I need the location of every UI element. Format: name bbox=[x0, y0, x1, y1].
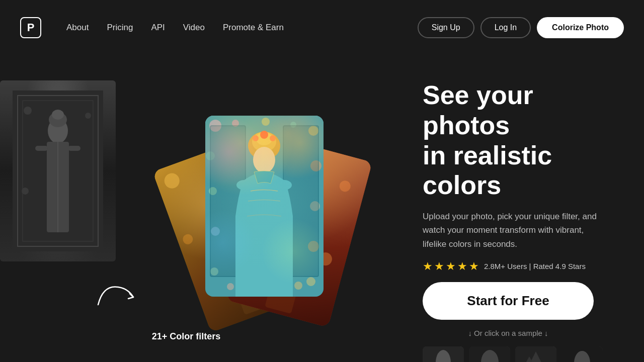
login-button[interactable]: Log In bbox=[480, 17, 531, 38]
nav-api[interactable]: API bbox=[151, 23, 165, 33]
svg-point-14 bbox=[162, 171, 181, 190]
star-1: ★ bbox=[423, 260, 433, 273]
brand-logo[interactable]: P bbox=[20, 17, 41, 38]
svg-point-5 bbox=[22, 188, 29, 195]
sample-thumbnails bbox=[423, 346, 624, 362]
sample-thumb-2[interactable] bbox=[469, 346, 510, 362]
colorize-button[interactable]: Colorize Photo bbox=[537, 17, 624, 38]
svg-rect-59 bbox=[469, 346, 510, 362]
svg-point-67 bbox=[576, 351, 588, 362]
nav-promote[interactable]: Promote & Earn bbox=[223, 23, 284, 33]
nav-actions: Sign Up Log In Colorize Photo bbox=[418, 17, 624, 38]
bw-photo bbox=[0, 80, 116, 261]
hero-subtitle: Upload your photo, pick your unique filt… bbox=[423, 210, 604, 251]
svg-point-57 bbox=[437, 350, 449, 362]
fan-cards bbox=[141, 75, 387, 337]
star-4: ★ bbox=[457, 260, 467, 273]
sample-thumb-1[interactable] bbox=[423, 346, 464, 362]
hero-content: See your photos in realistic colors Uplo… bbox=[408, 65, 624, 362]
star-5: ★ bbox=[469, 260, 479, 273]
fan-card-center bbox=[205, 116, 324, 297]
navbar: P About Pricing API Video Promote & Earn… bbox=[0, 0, 644, 55]
nav-about[interactable]: About bbox=[66, 23, 89, 33]
nav-links: About Pricing API Video Promote & Earn bbox=[66, 23, 418, 33]
hero-section: 21+ Color filters See your photos in rea… bbox=[0, 55, 644, 362]
bw-figure-svg bbox=[13, 90, 103, 251]
rating-text: 2.8M+ Users | Rated 4.9 Stars bbox=[484, 262, 586, 270]
nav-pricing[interactable]: Pricing bbox=[107, 23, 133, 33]
svg-rect-12 bbox=[68, 146, 80, 151]
svg-point-16 bbox=[182, 233, 195, 246]
svg-point-8 bbox=[52, 110, 64, 120]
svg-point-4 bbox=[85, 113, 91, 119]
color-filters-caption: 21+ Color filters bbox=[152, 331, 221, 342]
arrow-decoration bbox=[96, 280, 136, 312]
svg-point-3 bbox=[24, 107, 32, 115]
star-2: ★ bbox=[434, 260, 444, 273]
hero-title: See your photos in realistic colors bbox=[423, 80, 624, 201]
photo-area: 21+ Color filters bbox=[0, 65, 408, 362]
svg-point-60 bbox=[483, 351, 496, 362]
start-free-button[interactable]: Start for Free bbox=[423, 282, 594, 320]
signup-button[interactable]: Sign Up bbox=[418, 17, 474, 38]
stars: ★ ★ ★ ★ ★ bbox=[423, 260, 479, 273]
sample-hint: ↓ Or click on a sample ↓ bbox=[423, 329, 594, 337]
rating-row: ★ ★ ★ ★ ★ 2.8M+ Users | Rated 4.9 Stars bbox=[423, 260, 624, 273]
star-3: ★ bbox=[446, 260, 456, 273]
sample-thumb-3[interactable] bbox=[515, 346, 556, 362]
svg-rect-66 bbox=[561, 346, 603, 362]
nav-video[interactable]: Video bbox=[183, 23, 205, 33]
svg-rect-11 bbox=[35, 146, 48, 151]
svg-point-23 bbox=[338, 179, 352, 193]
svg-rect-56 bbox=[423, 346, 464, 362]
sample-thumb-4[interactable] bbox=[561, 346, 603, 362]
